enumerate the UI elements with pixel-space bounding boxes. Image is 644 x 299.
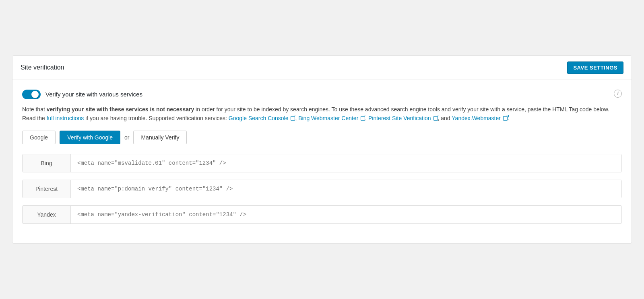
yandex-label: Yandex (23, 206, 71, 223)
yandex-field: Yandex (22, 205, 622, 224)
desc-and: and (441, 115, 452, 121)
pinterest-input[interactable] (71, 180, 621, 198)
desc-prefix: Note that (22, 106, 47, 113)
verify-toggle[interactable] (22, 90, 41, 99)
ext-link-icon-pinterest (433, 116, 438, 121)
bing-label: Bing (23, 154, 71, 172)
bing-input[interactable] (71, 154, 621, 172)
bing-field: Bing (22, 154, 622, 172)
full-instructions-link[interactable]: full instructions (47, 115, 84, 121)
toggle-label: Verify your site with various services (45, 91, 142, 98)
info-icon-wrapper: i (614, 90, 622, 98)
verify-with-google-button[interactable]: Verify with Google (60, 131, 120, 144)
content-area: i Verify your site with various services… (12, 80, 632, 244)
pinterest-label: Pinterest (23, 180, 71, 198)
manually-verify-button[interactable]: Manually Verify (133, 131, 187, 144)
bing-webmaster-link[interactable]: Bing Webmaster Center (298, 115, 365, 121)
save-settings-button[interactable]: SAVE SETTINGS (567, 61, 623, 74)
google-search-console-link[interactable]: Google Search Console (229, 115, 295, 121)
pinterest-verification-link[interactable]: Pinterest Site Verification (368, 115, 438, 121)
page-header: Site verification SAVE SETTINGS (12, 56, 632, 80)
yandex-webmaster-link[interactable]: Yandex.Webmaster (452, 115, 508, 121)
info-icon[interactable]: i (614, 90, 622, 98)
page-wrapper: Site verification SAVE SETTINGS i Verify… (12, 55, 632, 244)
ext-link-icon (291, 116, 295, 121)
page-title: Site verification (21, 64, 64, 71)
pinterest-field: Pinterest (22, 180, 622, 198)
ext-link-icon-bing (361, 116, 365, 121)
google-button[interactable]: Google (22, 131, 56, 144)
yandex-input[interactable] (71, 206, 621, 223)
description-text: Note that verifying your site with these… (22, 105, 610, 123)
or-label: or (124, 134, 129, 141)
toggle-row: Verify your site with various services (22, 90, 622, 99)
desc-bold: verifying your site with these services … (47, 106, 194, 113)
ext-link-icon-yandex (503, 116, 508, 121)
desc-after-instructions: if you are having trouble. Supported ver… (85, 115, 229, 121)
button-row: Google Verify with Google or Manually Ve… (22, 131, 622, 144)
